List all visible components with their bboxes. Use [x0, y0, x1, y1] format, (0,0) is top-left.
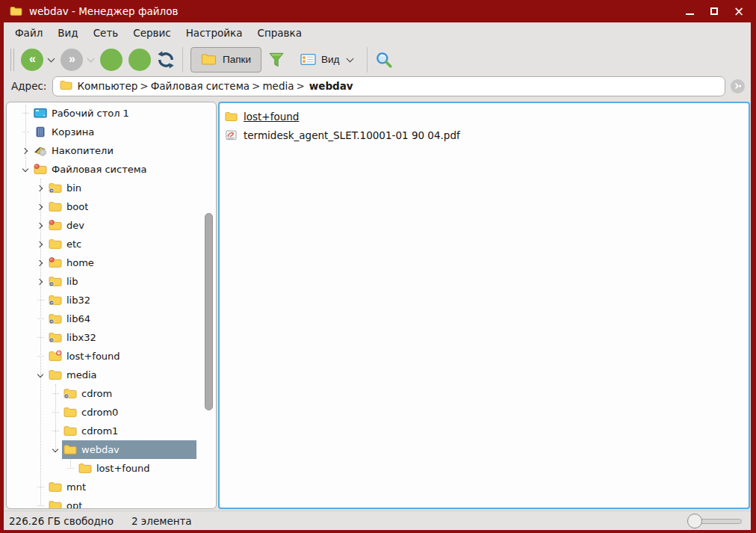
- breadcrumb-item[interactable]: Файловая система: [151, 80, 250, 92]
- tree-item-body[interactable]: opt: [47, 496, 196, 509]
- tree-expander-icon[interactable]: [34, 275, 47, 289]
- file-item-termidesk_agent_slet.10001-01-90-04.pdf[interactable]: termidesk_agent_SLET.10001-01 90 04.pdf: [225, 126, 743, 144]
- tree-item-body[interactable]: home: [47, 253, 196, 272]
- view-label: Вид: [321, 54, 339, 65]
- breadcrumb-current[interactable]: webdav: [309, 80, 353, 92]
- tree-item-body[interactable]: cdrom1: [62, 422, 196, 440]
- tree-expander-icon[interactable]: [19, 144, 32, 158]
- file-item-lost+found[interactable]: lost+found: [225, 107, 743, 126]
- menu-view[interactable]: Вид: [50, 24, 85, 42]
- menu-settings[interactable]: Настройка: [179, 24, 250, 42]
- forward-button[interactable]: »: [61, 49, 83, 71]
- tree-item-body[interactable]: webdav: [62, 440, 196, 459]
- tree-item-body[interactable]: boot: [47, 197, 196, 216]
- tree-item-body[interactable]: Накопители: [32, 141, 196, 160]
- tree-item-libx32[interactable]: libx32: [7, 328, 216, 347]
- tree-item-body[interactable]: Рабочий стол 1: [32, 104, 196, 123]
- tree-item-cdrom0[interactable]: cdrom0: [7, 403, 216, 422]
- filter-button[interactable]: [267, 51, 285, 69]
- tree-item-body[interactable]: cdrom0: [62, 403, 196, 422]
- tree-item-body[interactable]: bin: [47, 179, 196, 197]
- tree-item-body[interactable]: libx32: [47, 328, 196, 347]
- tree-item-lib32[interactable]: lib32: [7, 291, 216, 309]
- tree-item-dev[interactable]: dev: [7, 216, 216, 235]
- menu-tools[interactable]: Сервис: [126, 24, 178, 42]
- tree-item-etc[interactable]: etc: [7, 235, 216, 253]
- folder-icon: [49, 257, 62, 268]
- folders-toggle-button[interactable]: Папки: [190, 47, 261, 73]
- tree-item-корзина[interactable]: Корзина: [7, 123, 216, 141]
- tree-item-body[interactable]: lib: [47, 272, 196, 291]
- tree-item-mnt[interactable]: mnt: [7, 478, 216, 496]
- minimize-button[interactable]: [684, 6, 695, 16]
- tree-item-body[interactable]: etc: [47, 235, 196, 253]
- file-list-panel[interactable]: lost+foundtermidesk_agent_SLET.10001-01 …: [218, 102, 750, 509]
- title-bar[interactable]: webdav - Менеджер файлов ×: [0, 0, 756, 22]
- tree-expander-icon[interactable]: [34, 219, 47, 232]
- tree-expander-icon[interactable]: [34, 256, 47, 270]
- breadcrumb-item[interactable]: media: [262, 80, 294, 92]
- tree-item-cdrom1[interactable]: cdrom1: [7, 422, 216, 440]
- menu-file[interactable]: Файл: [7, 24, 50, 42]
- tree-expander-icon[interactable]: [34, 238, 47, 251]
- search-button[interactable]: [375, 51, 393, 69]
- tree-item-lost+found[interactable]: lost+found: [7, 459, 216, 478]
- close-button[interactable]: ×: [734, 6, 744, 16]
- tree-item-накопители[interactable]: Накопители: [7, 141, 216, 160]
- up-button[interactable]: [100, 49, 123, 71]
- tree-item-lib64[interactable]: lib64: [7, 309, 216, 328]
- refresh-button[interactable]: [157, 51, 175, 69]
- maximize-button[interactable]: [709, 6, 719, 16]
- back-button[interactable]: «: [21, 49, 43, 71]
- toolbar-grip[interactable]: [10, 49, 14, 71]
- tree-expander-icon[interactable]: [49, 443, 62, 457]
- tree-item-boot[interactable]: boot: [7, 197, 216, 216]
- tree-item-opt[interactable]: opt: [7, 496, 216, 509]
- sidebar-scrollbar-thumb[interactable]: [205, 213, 213, 410]
- tree-item-body[interactable]: lib64: [47, 309, 196, 328]
- tree-expander-icon[interactable]: [34, 200, 47, 214]
- tree-expander-icon[interactable]: [19, 163, 32, 176]
- tree-item-body[interactable]: cdrom: [62, 384, 196, 403]
- menu-network[interactable]: Сеть: [86, 24, 126, 42]
- tree-item-body[interactable]: lib32: [47, 291, 196, 309]
- tree-item-body[interactable]: Корзина: [32, 123, 196, 141]
- folders-toggle-icon: [201, 53, 217, 66]
- view-button[interactable]: Вид: [297, 47, 342, 73]
- address-input[interactable]: Компьютер>Файловая система>media>webdav: [52, 76, 725, 96]
- tree-item-cdrom[interactable]: cdrom: [7, 384, 216, 403]
- tree-item-media[interactable]: media: [7, 366, 216, 384]
- tree-item-body[interactable]: lost+found: [47, 347, 196, 366]
- tree-item-lost+found[interactable]: lost+found: [7, 347, 216, 366]
- tree-item-рабочий-стол-1[interactable]: Рабочий стол 1: [7, 104, 216, 123]
- zoom-slider[interactable]: [688, 514, 742, 529]
- tree-item-webdav[interactable]: webdav: [7, 440, 216, 459]
- tree-item-home[interactable]: home: [7, 253, 216, 272]
- zoom-slider-knob[interactable]: [687, 514, 702, 529]
- tree-item-body[interactable]: lost+found: [77, 459, 196, 478]
- tree-expander-icon[interactable]: [34, 369, 47, 382]
- back-history-dropdown[interactable]: [48, 55, 55, 62]
- folder-icon: [49, 313, 62, 324]
- home-button[interactable]: [128, 49, 151, 71]
- view-dropdown[interactable]: [347, 55, 354, 62]
- go-button[interactable]: [731, 79, 745, 93]
- content-area: Рабочий стол 1КорзинаНакопителиФайловая …: [4, 100, 751, 511]
- go-icon: [734, 81, 743, 90]
- tree-item-bin[interactable]: bin: [7, 179, 216, 197]
- sidebar-scrollbar[interactable]: [204, 105, 214, 505]
- tree-item-body[interactable]: dev: [47, 216, 196, 235]
- back-icon: «: [29, 53, 35, 67]
- folder-icon: [49, 351, 62, 362]
- breadcrumb-item[interactable]: Компьютер: [77, 80, 137, 92]
- tree-item-файловая-система[interactable]: Файловая система: [7, 160, 216, 179]
- menu-help[interactable]: Справка: [250, 24, 309, 42]
- tree-item-lib[interactable]: lib: [7, 272, 216, 291]
- tree-item-body[interactable]: media: [47, 366, 196, 384]
- sidebar: Рабочий стол 1КорзинаНакопителиФайловая …: [6, 102, 217, 509]
- tree-expander-icon[interactable]: [34, 182, 47, 195]
- folder-icon: [63, 388, 77, 399]
- tree-item-body[interactable]: mnt: [47, 478, 196, 496]
- tree-item-body[interactable]: Файловая система: [32, 160, 196, 179]
- breadcrumb-separator: >: [296, 80, 304, 92]
